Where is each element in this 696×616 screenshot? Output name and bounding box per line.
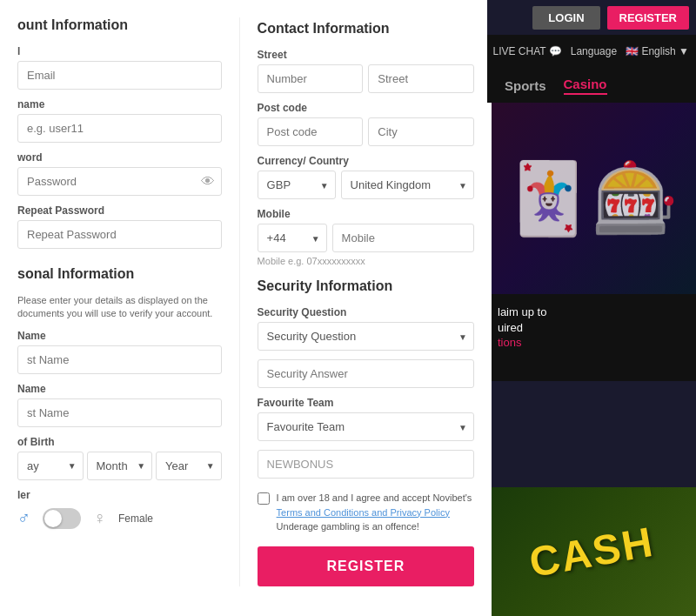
casino-image: 🃏🎰 bbox=[487, 103, 696, 294]
currency-select-wrapper: GBP ▼ bbox=[258, 171, 336, 199]
mobile-label: Mobile bbox=[258, 208, 474, 220]
currency-country-row: GBP ▼ United Kingdom ▼ bbox=[258, 171, 474, 199]
terms-checkbox-text: I am over 18 and I agree and accept Novi… bbox=[277, 491, 474, 534]
tab-casino[interactable]: Casino bbox=[564, 77, 607, 95]
gender-row: ♂ ♀ Female bbox=[17, 508, 222, 529]
first-name-label: Name bbox=[17, 330, 222, 342]
mobile-code-select[interactable]: +44 bbox=[258, 224, 327, 252]
month-select[interactable]: Month bbox=[87, 452, 153, 480]
gender-label-title: ler bbox=[17, 489, 222, 501]
last-name-input[interactable] bbox=[17, 398, 222, 427]
english-selector[interactable]: 🇬🇧 English ▼ bbox=[626, 45, 689, 57]
security-answer-input[interactable] bbox=[258, 359, 474, 388]
tab-sports[interactable]: Sports bbox=[505, 78, 546, 93]
repeat-password-input[interactable] bbox=[17, 220, 222, 249]
personal-section-title: sonal Information bbox=[17, 266, 222, 282]
terms-link[interactable]: Terms and Conditions and Privacy Policy bbox=[277, 507, 450, 518]
country-select[interactable]: United Kingdom bbox=[341, 171, 474, 199]
mobile-code-wrapper: +44 ▼ bbox=[258, 224, 327, 252]
email-input[interactable] bbox=[17, 61, 222, 90]
top-nav: LOGIN REGISTER bbox=[487, 0, 696, 35]
favourite-team-select[interactable]: Favourite Team bbox=[258, 412, 474, 441]
dob-row: ay ▼ Month ▼ Year ▼ bbox=[17, 452, 222, 480]
currency-select[interactable]: GBP bbox=[258, 171, 336, 199]
register-button[interactable]: REGISTER bbox=[258, 546, 474, 586]
language-label: Language bbox=[571, 45, 617, 57]
year-select-wrapper: Year ▼ bbox=[156, 452, 222, 480]
second-nav: LIVE CHAT 💬 Language 🇬🇧 English ▼ bbox=[487, 35, 696, 68]
street-input[interactable] bbox=[368, 64, 474, 93]
male-icon: ♂ bbox=[17, 508, 30, 528]
cash-image: CASH bbox=[487, 487, 696, 616]
last-name-label: Name bbox=[17, 383, 222, 395]
sports-casino-tabs: Sports Casino bbox=[487, 68, 696, 103]
first-name-input[interactable] bbox=[17, 345, 222, 374]
register-top-button[interactable]: REGISTER bbox=[607, 6, 689, 30]
email-label: l bbox=[17, 45, 222, 57]
postcode-row bbox=[258, 117, 474, 146]
dob-label: of Birth bbox=[17, 436, 222, 448]
toggle-thumb bbox=[44, 510, 62, 527]
day-select[interactable]: ay bbox=[17, 452, 84, 480]
terms-checkbox[interactable] bbox=[258, 492, 270, 505]
contact-section-title: Contact Information bbox=[258, 21, 474, 37]
mobile-row: +44 ▼ bbox=[258, 224, 474, 252]
password-label: word bbox=[17, 151, 222, 164]
right-column: Contact Information Street Post code Cur… bbox=[240, 17, 474, 586]
terms-checkbox-row: I am over 18 and I agree and accept Novi… bbox=[258, 491, 474, 534]
year-select[interactable]: Year bbox=[156, 452, 222, 480]
promo-link[interactable]: tions bbox=[498, 336, 686, 349]
cash-visual: CASH bbox=[525, 517, 657, 586]
security-question-select[interactable]: Security Question bbox=[258, 322, 474, 351]
password-input[interactable] bbox=[17, 167, 222, 196]
gender-toggle[interactable] bbox=[43, 508, 81, 529]
account-section-title: ount Information bbox=[17, 17, 222, 33]
city-input[interactable] bbox=[368, 117, 474, 146]
female-label: Female bbox=[118, 512, 153, 525]
mobile-input[interactable] bbox=[332, 224, 474, 252]
promo-area: laim up to uired tions bbox=[487, 294, 696, 381]
live-chat-button[interactable]: LIVE CHAT 💬 bbox=[492, 45, 561, 57]
personal-note: Please enter your details as displayed o… bbox=[17, 294, 222, 321]
promo-text: laim up to uired bbox=[498, 305, 686, 336]
username-label: name bbox=[17, 98, 222, 110]
registration-form: ount Information l name word 👁 Repeat Pa… bbox=[0, 0, 492, 616]
currency-country-label: Currency/ Country bbox=[258, 155, 474, 167]
security-section: Security Information Security Question S… bbox=[258, 278, 474, 586]
security-question-wrapper: Security Question ▼ bbox=[258, 322, 474, 351]
left-column: ount Information l name word 👁 Repeat Pa… bbox=[17, 17, 240, 586]
day-select-wrapper: ay ▼ bbox=[17, 452, 84, 480]
show-password-icon[interactable]: 👁 bbox=[201, 174, 215, 190]
postcode-input[interactable] bbox=[258, 117, 364, 146]
postcode-label: Post code bbox=[258, 102, 474, 114]
country-select-wrapper: United Kingdom ▼ bbox=[341, 171, 474, 199]
month-select-wrapper: Month ▼ bbox=[87, 452, 153, 480]
female-icon: ♀ bbox=[93, 508, 106, 528]
favourite-team-wrapper: Favourite Team ▼ bbox=[258, 412, 474, 441]
number-input[interactable] bbox=[258, 64, 364, 93]
bonus-code-input[interactable] bbox=[258, 450, 474, 479]
repeat-password-label: Repeat Password bbox=[17, 204, 222, 217]
favourite-team-label: Favourite Team bbox=[258, 397, 474, 409]
cards-visual: 🃏🎰 bbox=[505, 157, 679, 239]
security-question-label: Security Question bbox=[258, 306, 474, 318]
username-input[interactable] bbox=[17, 114, 222, 143]
password-wrapper: 👁 bbox=[17, 167, 222, 196]
street-label: Street bbox=[258, 49, 474, 61]
security-section-title: Security Information bbox=[258, 278, 474, 294]
street-row bbox=[258, 64, 474, 93]
mobile-hint: Mobile e.g. 07xxxxxxxxxx bbox=[258, 256, 474, 266]
login-button[interactable]: LOGIN bbox=[532, 6, 599, 30]
